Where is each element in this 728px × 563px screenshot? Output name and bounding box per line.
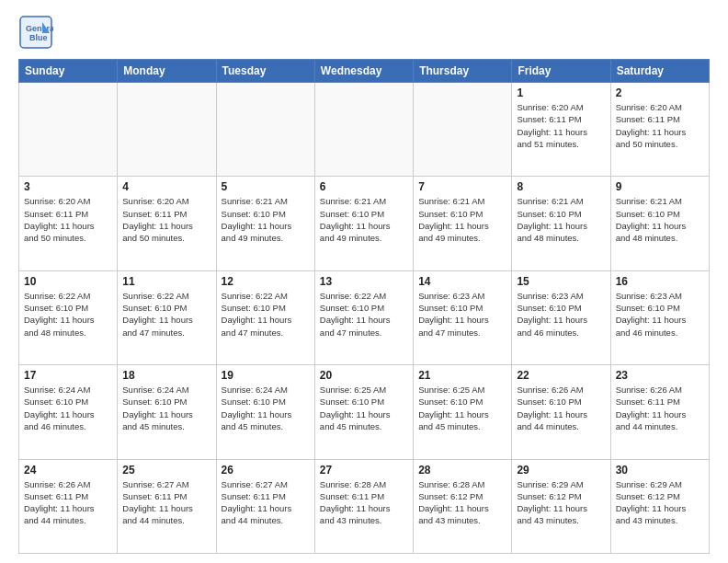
- day-info: Sunrise: 6:23 AM Sunset: 6:10 PM Dayligh…: [418, 290, 506, 339]
- weekday-header-tuesday: Tuesday: [216, 60, 314, 83]
- day-number: 9: [616, 180, 704, 193]
- calendar-cell: 19Sunrise: 6:24 AM Sunset: 6:10 PM Dayli…: [216, 365, 314, 459]
- calendar-cell: 3Sunrise: 6:20 AM Sunset: 6:11 PM Daylig…: [19, 177, 118, 270]
- calendar-cell: 5Sunrise: 6:21 AM Sunset: 6:10 PM Daylig…: [216, 177, 314, 270]
- day-info: Sunrise: 6:21 AM Sunset: 6:10 PM Dayligh…: [418, 195, 506, 244]
- calendar-cell: 23Sunrise: 6:26 AM Sunset: 6:11 PM Dayli…: [610, 365, 709, 459]
- day-info: Sunrise: 6:26 AM Sunset: 6:11 PM Dayligh…: [24, 478, 112, 527]
- day-info: Sunrise: 6:20 AM Sunset: 6:11 PM Dayligh…: [122, 195, 210, 244]
- calendar-cell: 4Sunrise: 6:20 AM Sunset: 6:11 PM Daylig…: [118, 177, 216, 270]
- calendar-cell: 8Sunrise: 6:21 AM Sunset: 6:10 PM Daylig…: [512, 177, 610, 270]
- day-number: 20: [320, 369, 408, 382]
- calendar-cell: [314, 83, 413, 177]
- day-number: 12: [222, 275, 310, 288]
- calendar-cell: 12Sunrise: 6:22 AM Sunset: 6:10 PM Dayli…: [216, 270, 314, 364]
- day-number: 18: [122, 369, 210, 382]
- weekday-header-thursday: Thursday: [414, 60, 512, 83]
- calendar-cell: 13Sunrise: 6:22 AM Sunset: 6:10 PM Dayli…: [314, 270, 413, 364]
- week-row-1: 1Sunrise: 6:20 AM Sunset: 6:11 PM Daylig…: [19, 83, 710, 177]
- calendar-cell: 27Sunrise: 6:28 AM Sunset: 6:11 PM Dayli…: [314, 459, 413, 553]
- calendar-cell: 30Sunrise: 6:29 AM Sunset: 6:12 PM Dayli…: [610, 459, 709, 553]
- day-info: Sunrise: 6:29 AM Sunset: 6:12 PM Dayligh…: [517, 478, 605, 527]
- calendar-cell: 20Sunrise: 6:25 AM Sunset: 6:10 PM Dayli…: [314, 365, 413, 459]
- day-number: 19: [222, 369, 310, 382]
- calendar-cell: 1Sunrise: 6:20 AM Sunset: 6:11 PM Daylig…: [512, 83, 610, 177]
- svg-text:General: General: [26, 24, 53, 33]
- day-number: 17: [24, 369, 112, 382]
- calendar-cell: 6Sunrise: 6:21 AM Sunset: 6:10 PM Daylig…: [314, 177, 413, 270]
- calendar-cell: [216, 83, 314, 177]
- day-number: 10: [24, 275, 112, 288]
- week-row-4: 17Sunrise: 6:24 AM Sunset: 6:10 PM Dayli…: [19, 365, 710, 459]
- svg-text:Blue: Blue: [29, 33, 48, 42]
- calendar-cell: [118, 83, 216, 177]
- day-number: 29: [517, 464, 605, 477]
- day-number: 22: [517, 369, 605, 382]
- day-info: Sunrise: 6:24 AM Sunset: 6:10 PM Dayligh…: [222, 384, 310, 432]
- day-number: 26: [222, 464, 310, 477]
- calendar-cell: 2Sunrise: 6:20 AM Sunset: 6:11 PM Daylig…: [610, 83, 709, 177]
- day-info: Sunrise: 6:21 AM Sunset: 6:10 PM Dayligh…: [222, 195, 310, 244]
- day-number: 16: [616, 275, 704, 288]
- day-info: Sunrise: 6:24 AM Sunset: 6:10 PM Dayligh…: [122, 384, 210, 432]
- day-info: Sunrise: 6:28 AM Sunset: 6:12 PM Dayligh…: [418, 478, 506, 527]
- calendar-cell: 22Sunrise: 6:26 AM Sunset: 6:10 PM Dayli…: [512, 365, 610, 459]
- calendar-cell: 14Sunrise: 6:23 AM Sunset: 6:10 PM Dayli…: [414, 270, 512, 364]
- calendar-cell: 24Sunrise: 6:26 AM Sunset: 6:11 PM Dayli…: [19, 459, 118, 553]
- week-row-3: 10Sunrise: 6:22 AM Sunset: 6:10 PM Dayli…: [19, 270, 710, 364]
- day-info: Sunrise: 6:21 AM Sunset: 6:10 PM Dayligh…: [616, 195, 704, 244]
- page: General Blue SundayMondayTuesdayWednesda…: [0, 0, 728, 563]
- day-number: 30: [616, 464, 704, 477]
- day-info: Sunrise: 6:26 AM Sunset: 6:10 PM Dayligh…: [517, 384, 605, 432]
- day-info: Sunrise: 6:26 AM Sunset: 6:11 PM Dayligh…: [616, 384, 704, 432]
- day-number: 14: [418, 275, 506, 288]
- day-number: 21: [418, 369, 506, 382]
- day-number: 11: [122, 275, 210, 288]
- day-info: Sunrise: 6:25 AM Sunset: 6:10 PM Dayligh…: [418, 384, 506, 432]
- calendar-cell: 15Sunrise: 6:23 AM Sunset: 6:10 PM Dayli…: [512, 270, 610, 364]
- day-number: 6: [320, 180, 408, 193]
- logo-svg: General Blue: [18, 15, 53, 50]
- day-info: Sunrise: 6:27 AM Sunset: 6:11 PM Dayligh…: [122, 478, 210, 527]
- day-info: Sunrise: 6:29 AM Sunset: 6:12 PM Dayligh…: [616, 478, 704, 527]
- day-number: 13: [320, 275, 408, 288]
- calendar-table: SundayMondayTuesdayWednesdayThursdayFrid…: [18, 59, 710, 554]
- day-number: 23: [616, 369, 704, 382]
- calendar-cell: 7Sunrise: 6:21 AM Sunset: 6:10 PM Daylig…: [414, 177, 512, 270]
- day-number: 25: [122, 464, 210, 477]
- day-number: 15: [517, 275, 605, 288]
- day-info: Sunrise: 6:20 AM Sunset: 6:11 PM Dayligh…: [616, 101, 704, 150]
- day-info: Sunrise: 6:27 AM Sunset: 6:11 PM Dayligh…: [222, 478, 310, 527]
- weekday-header-sunday: Sunday: [19, 60, 118, 83]
- logo: General Blue: [18, 15, 53, 50]
- header: General Blue: [18, 15, 710, 50]
- day-info: Sunrise: 6:20 AM Sunset: 6:11 PM Dayligh…: [24, 195, 112, 244]
- logo-icon: General Blue: [18, 15, 53, 50]
- calendar-cell: 26Sunrise: 6:27 AM Sunset: 6:11 PM Dayli…: [216, 459, 314, 553]
- day-info: Sunrise: 6:22 AM Sunset: 6:10 PM Dayligh…: [320, 290, 408, 339]
- day-number: 4: [122, 180, 210, 193]
- calendar-cell: 11Sunrise: 6:22 AM Sunset: 6:10 PM Dayli…: [118, 270, 216, 364]
- calendar-cell: 21Sunrise: 6:25 AM Sunset: 6:10 PM Dayli…: [414, 365, 512, 459]
- day-info: Sunrise: 6:25 AM Sunset: 6:10 PM Dayligh…: [320, 384, 408, 432]
- calendar-cell: 18Sunrise: 6:24 AM Sunset: 6:10 PM Dayli…: [118, 365, 216, 459]
- calendar-cell: 17Sunrise: 6:24 AM Sunset: 6:10 PM Dayli…: [19, 365, 118, 459]
- weekday-header-saturday: Saturday: [610, 60, 709, 83]
- day-number: 8: [517, 180, 605, 193]
- day-info: Sunrise: 6:21 AM Sunset: 6:10 PM Dayligh…: [517, 195, 605, 244]
- week-row-2: 3Sunrise: 6:20 AM Sunset: 6:11 PM Daylig…: [19, 177, 710, 270]
- calendar-cell: 28Sunrise: 6:28 AM Sunset: 6:12 PM Dayli…: [414, 459, 512, 553]
- weekday-header-wednesday: Wednesday: [314, 60, 413, 83]
- calendar-cell: [19, 83, 118, 177]
- day-info: Sunrise: 6:22 AM Sunset: 6:10 PM Dayligh…: [222, 290, 310, 339]
- week-row-5: 24Sunrise: 6:26 AM Sunset: 6:11 PM Dayli…: [19, 459, 710, 553]
- day-info: Sunrise: 6:21 AM Sunset: 6:10 PM Dayligh…: [320, 195, 408, 244]
- calendar-cell: 9Sunrise: 6:21 AM Sunset: 6:10 PM Daylig…: [610, 177, 709, 270]
- day-number: 5: [222, 180, 310, 193]
- day-info: Sunrise: 6:28 AM Sunset: 6:11 PM Dayligh…: [320, 478, 408, 527]
- day-number: 27: [320, 464, 408, 477]
- calendar-cell: 25Sunrise: 6:27 AM Sunset: 6:11 PM Dayli…: [118, 459, 216, 553]
- day-number: 2: [616, 86, 704, 99]
- weekday-header-monday: Monday: [118, 60, 216, 83]
- calendar-cell: 16Sunrise: 6:23 AM Sunset: 6:10 PM Dayli…: [610, 270, 709, 364]
